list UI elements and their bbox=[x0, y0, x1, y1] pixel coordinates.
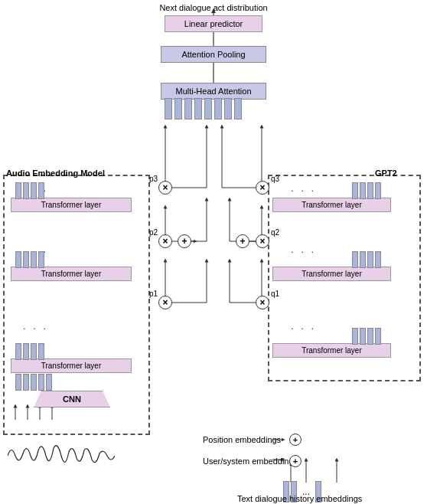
p1-label: p1 bbox=[149, 290, 158, 298]
q3-label: q3 bbox=[271, 175, 279, 183]
q2-multiply-circle: × bbox=[256, 234, 269, 248]
p1-multiply-circle: × bbox=[158, 296, 172, 309]
dots-right-3: . . . bbox=[291, 320, 316, 332]
left-layer3-bars-top bbox=[15, 182, 44, 199]
next-dialogue-label: Next dialogue act distribution bbox=[159, 3, 267, 12]
p3-multiply-circle: × bbox=[158, 181, 172, 195]
audio-waveform bbox=[8, 437, 115, 475]
transformer-layer-right-3: Transformer layer bbox=[272, 343, 391, 358]
l3-bar-2 bbox=[23, 182, 29, 199]
right-layer3-bars bbox=[352, 328, 381, 345]
q2-plus-circle: + bbox=[236, 234, 249, 248]
position-embeddings-label: Position embeddings bbox=[203, 435, 281, 444]
bar-2 bbox=[174, 98, 182, 119]
transformer-layer-left-2: Transformer layer bbox=[11, 267, 132, 281]
right-layer1-bars-top bbox=[352, 182, 381, 199]
l2-bar-4 bbox=[38, 251, 44, 268]
l1-bar-3 bbox=[31, 343, 37, 360]
r1-bar-2 bbox=[360, 182, 366, 199]
r1-bar-3 bbox=[367, 182, 373, 199]
attention-input-bars bbox=[165, 98, 242, 119]
left-bar-5 bbox=[46, 374, 52, 391]
r3-bar-3 bbox=[367, 328, 373, 345]
diagram-container: Next dialogue act distribution Linear pr… bbox=[0, 0, 427, 504]
r3-bar-2 bbox=[360, 328, 366, 345]
l2-bar-3 bbox=[31, 251, 37, 268]
l2-bar-2 bbox=[23, 251, 29, 268]
left-bar-1 bbox=[15, 374, 21, 391]
p2-plus-circle: + bbox=[178, 234, 191, 248]
dots-left-3: . . . bbox=[23, 320, 48, 332]
p2-label: p2 bbox=[149, 228, 158, 237]
r2-bar-2 bbox=[360, 251, 366, 268]
l2-bar-1 bbox=[15, 251, 21, 268]
r1-bar-1 bbox=[352, 182, 358, 199]
q3-multiply-circle: × bbox=[256, 181, 269, 195]
left-bar-4 bbox=[38, 374, 44, 391]
l3-bar-1 bbox=[15, 182, 21, 199]
q1-multiply-circle: × bbox=[256, 296, 269, 309]
r1-bar-4 bbox=[375, 182, 381, 199]
attention-pooling-box: Attention Pooling bbox=[161, 46, 266, 63]
linear-predictor-box: Linear predictor bbox=[165, 15, 262, 32]
transformer-layer-left-1: Transformer layer bbox=[11, 358, 132, 373]
l1-bar-1 bbox=[15, 343, 21, 360]
bar-4 bbox=[194, 98, 202, 119]
q1-label: q1 bbox=[271, 290, 279, 298]
bar-6 bbox=[214, 98, 222, 119]
r2-bar-4 bbox=[375, 251, 381, 268]
gpt2-label: GPT2 bbox=[375, 169, 397, 178]
r2-bar-3 bbox=[367, 251, 373, 268]
left-bar-3 bbox=[31, 374, 37, 391]
bar-1 bbox=[165, 98, 172, 119]
l1-bar-4 bbox=[38, 343, 44, 360]
multi-head-attention-box: Multi-Head Attention bbox=[161, 83, 266, 100]
user-system-embeddings-label: User/system embeddings bbox=[203, 457, 298, 466]
bar-5 bbox=[204, 98, 212, 119]
right-layer2-bars bbox=[352, 251, 381, 268]
bar-3 bbox=[184, 98, 192, 119]
text-dialogue-history-label: Text dialogue history embeddings bbox=[237, 494, 362, 503]
transformer-layer-right-2: Transformer layer bbox=[272, 267, 391, 281]
left-layer2-bars bbox=[15, 251, 44, 268]
cnn-box: CNN bbox=[34, 391, 110, 407]
user-system-plus-circle: + bbox=[289, 455, 302, 467]
position-plus-circle: + bbox=[289, 434, 302, 446]
dots-right-2: . . . bbox=[291, 244, 316, 255]
l3-bar-3 bbox=[31, 182, 37, 199]
l3-bar-4 bbox=[38, 182, 44, 199]
left-layer1-bars bbox=[15, 343, 44, 360]
left-bottom-bars bbox=[15, 374, 52, 391]
bar-7 bbox=[224, 98, 232, 119]
q2-label: q2 bbox=[271, 228, 279, 237]
r2-bar-1 bbox=[352, 251, 358, 268]
left-bar-2 bbox=[23, 374, 29, 391]
transformer-layer-right-1: Transformer layer bbox=[272, 198, 391, 212]
bar-8 bbox=[234, 98, 242, 119]
r3-bar-1 bbox=[352, 328, 358, 345]
r3-bar-4 bbox=[375, 328, 381, 345]
p3-label: p3 bbox=[149, 175, 158, 183]
l1-bar-2 bbox=[23, 343, 29, 360]
audio-embedding-label: Audio Embedding Model bbox=[6, 169, 105, 178]
dots-right-1: . . . bbox=[291, 182, 316, 194]
p2-multiply-circle: × bbox=[158, 234, 172, 248]
transformer-layer-left-3: Transformer layer bbox=[11, 198, 132, 212]
